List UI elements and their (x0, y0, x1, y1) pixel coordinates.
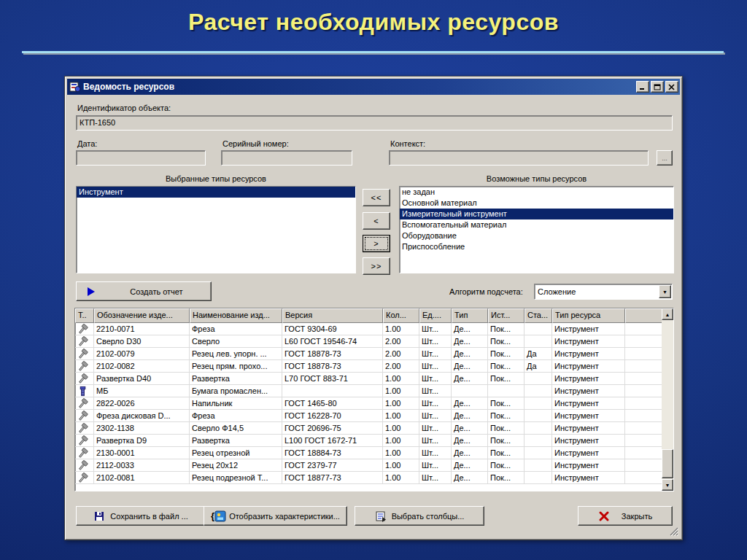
table-row[interactable]: МБ Бумага промаслен... 1.00 Шт... Инстру… (75, 385, 662, 397)
cell-qty: 2.00 (383, 335, 419, 348)
show-properties-button[interactable]: { Отобразить характеристики... (204, 506, 347, 526)
column-header-qty[interactable]: Кол... (383, 308, 419, 323)
save-to-file-button[interactable]: Сохранить в файл ... (76, 506, 206, 526)
cell-source: Пок... (488, 373, 525, 385)
column-header-unit[interactable]: Ед.... (419, 308, 452, 323)
cell-designation: Фреза дисковая D... (94, 410, 190, 422)
column-header-name[interactable]: Наименование изд... (190, 308, 282, 323)
cell-resource-type: Инструмент (552, 385, 625, 397)
table-row[interactable]: Развертка D40 Развертка L70 ГОСТ 883-71 … (75, 373, 662, 385)
cell-status (525, 435, 552, 447)
move-one-right-button[interactable]: > (363, 235, 390, 252)
cell-name: Сверло (190, 335, 282, 348)
table-row[interactable]: 2822-0026 Напильник ГОСТ 1465-80 1.00 Шт… (75, 397, 662, 410)
table-row[interactable]: 2210-0071 Фреза ГОСТ 9304-69 1.00 Шт... … (75, 323, 662, 335)
cell-resource-type: Инструмент (552, 335, 625, 348)
date-label: Дата: (77, 139, 97, 148)
selected-types-list[interactable]: Инструмент (76, 186, 356, 273)
cell-qty: 2.00 (383, 360, 419, 373)
cell-qty: 1.00 (383, 472, 419, 484)
context-field[interactable] (389, 150, 649, 166)
cell-name: Развертка (190, 373, 282, 385)
resize-grip[interactable] (668, 526, 678, 536)
list-item[interactable]: Измерительный инструмент (400, 209, 673, 219)
cell-qty: 1.00 (383, 435, 419, 447)
table-row[interactable]: 2112-0033 Резец 20x12 ГОСТ 2379-77 1.00 … (75, 459, 662, 472)
cell-resource-type: Инструмент (552, 410, 625, 422)
list-item[interactable]: не задан (400, 187, 673, 198)
serial-label: Серийный номер: (222, 139, 289, 148)
cell-status (525, 397, 552, 410)
cell-empty (625, 397, 662, 410)
table-row[interactable]: 2102-0082 Резец прям. прохо... ГОСТ 1887… (75, 360, 662, 373)
cell-status (525, 385, 552, 397)
cell-unit: Шт... (419, 472, 452, 484)
cell-version: ГОСТ 16228-70 (282, 410, 383, 422)
move-all-left-button[interactable]: << (363, 189, 390, 206)
select-columns-button[interactable]: Выбрать столбцы... (355, 506, 484, 526)
row-type-icon (77, 398, 88, 409)
cell-unit: Шт... (419, 385, 452, 397)
scroll-up-button[interactable]: ▲ (662, 308, 673, 320)
column-header-designation[interactable]: Обозначение изде... (94, 308, 190, 323)
cell-name: Сверло Ф14,5 (190, 422, 282, 435)
available-types-list[interactable]: не заданОсновной материалИзмерительный и… (399, 186, 674, 273)
algorithm-value: Сложение (535, 287, 659, 296)
cell-unit: Шт... (419, 410, 452, 422)
window-body: Идентификатор объекта: КТП-1650 Дата: Се… (68, 96, 679, 537)
list-item[interactable]: Основной материал (400, 198, 673, 209)
move-one-left-button[interactable]: < (363, 212, 390, 230)
date-field[interactable] (76, 150, 206, 166)
column-header-type[interactable]: Тип (452, 308, 488, 323)
window-titlebar[interactable]: Ведомость ресурсов (67, 79, 680, 95)
minimize-button[interactable] (636, 81, 649, 93)
table-row[interactable]: 2130-0001 Резец отрезной ГОСТ 18884-73 1… (75, 447, 662, 459)
column-header-empty[interactable] (625, 308, 662, 323)
cell-qty: 1.00 (383, 459, 419, 472)
row-type-icon (77, 349, 88, 359)
cell-version: ГОСТ 9304-69 (282, 323, 383, 335)
cell-unit: Шт... (419, 323, 452, 335)
create-report-button[interactable]: Создать отчет (76, 281, 212, 301)
move-all-right-button[interactable]: >> (363, 257, 390, 275)
cell-status: Да (525, 360, 552, 373)
table-row[interactable]: 2302-1138 Сверло Ф14,5 ГОСТ 20696-75 1.0… (75, 422, 662, 435)
close-dialog-button[interactable]: Закрыть (578, 506, 673, 526)
column-header-resource-type[interactable]: Тип ресурса (552, 308, 625, 323)
table-row[interactable]: Сверло D30 Сверло L60 ГОСТ 19546-74 2.00… (75, 335, 662, 348)
cell-designation: 2210-0071 (94, 323, 190, 335)
cell-version: ГОСТ 18878-73 (282, 360, 383, 373)
list-item[interactable]: Вспомогательный материал (400, 219, 673, 230)
cell-version: ГОСТ 1465-80 (282, 397, 383, 410)
cell-source (488, 385, 525, 397)
table-vertical-scrollbar[interactable]: ▲ ▼ (662, 308, 673, 491)
scrollbar-thumb[interactable] (662, 449, 673, 478)
serial-field[interactable] (221, 150, 352, 166)
row-type-icon (77, 435, 88, 446)
object-id-field[interactable]: КТП-1650 (76, 115, 673, 131)
table-row[interactable]: Развертка D9 Развертка L100 ГОСТ 1672-71… (75, 435, 662, 447)
table-row[interactable]: 2102-0079 Резец лев. упорн. ... ГОСТ 188… (75, 348, 662, 360)
window-title: Ведомость ресурсов (83, 82, 635, 92)
table-row[interactable]: 2102-0081 Резец подрезной Т... ГОСТ 1887… (75, 472, 662, 484)
column-header-type-icon[interactable]: Т.. (75, 308, 94, 323)
column-header-version[interactable]: Версия (282, 308, 383, 323)
maximize-button[interactable] (651, 81, 664, 93)
close-button[interactable] (665, 81, 678, 93)
cell-designation: Развертка D40 (94, 373, 190, 385)
list-item[interactable]: Инструмент (77, 187, 355, 198)
context-browse-button[interactable]: ... (657, 150, 673, 166)
scroll-down-button[interactable]: ▼ (662, 479, 673, 491)
cell-type: Де... (452, 397, 488, 410)
cell-name: Фреза (190, 323, 282, 335)
list-item[interactable]: Оборудование (400, 230, 673, 241)
column-header-status[interactable]: Ста... (525, 308, 552, 323)
cell-name: Развертка (190, 435, 282, 447)
algorithm-combobox[interactable]: Сложение ▼ (534, 284, 673, 300)
cell-resource-type: Инструмент (552, 348, 625, 360)
table-row[interactable]: Фреза дисковая D... Фреза ГОСТ 16228-70 … (75, 410, 662, 422)
list-item[interactable]: Приспособление (400, 241, 673, 252)
combo-dropdown-button[interactable]: ▼ (659, 285, 671, 298)
column-header-source[interactable]: Ист... (488, 308, 525, 323)
cell-version: L60 ГОСТ 19546-74 (282, 335, 383, 348)
